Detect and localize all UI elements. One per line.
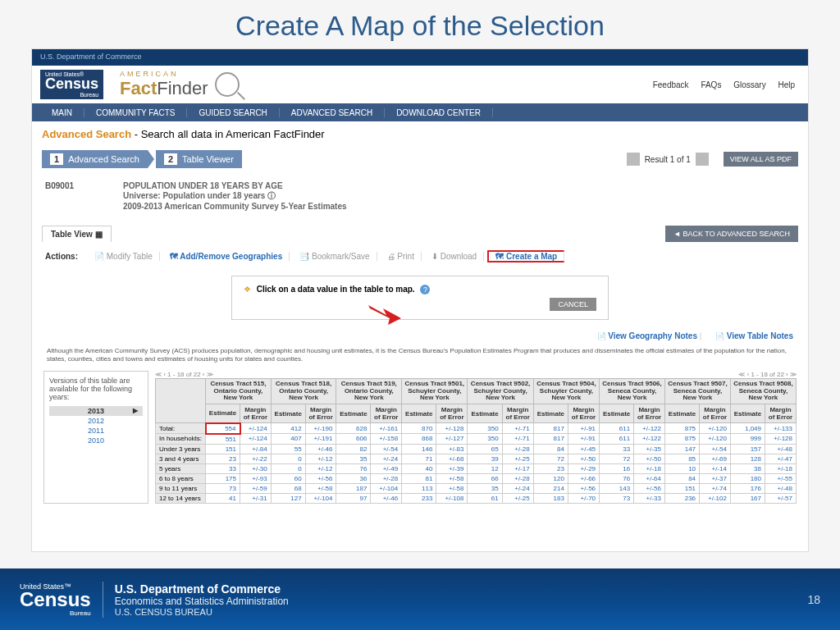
data-cell[interactable]: +/-46 xyxy=(305,444,336,454)
data-cell[interactable]: +/-70 xyxy=(568,493,599,503)
view-table-notes-link[interactable]: View Table Notes xyxy=(715,331,793,340)
crumb-2[interactable]: 2Table Viewer xyxy=(156,150,242,168)
nav-main[interactable]: MAIN xyxy=(40,108,84,117)
data-cell[interactable]: +/-66 xyxy=(568,473,599,483)
nav-guided[interactable]: GUIDED SEARCH xyxy=(187,108,279,117)
data-cell[interactable]: 68 xyxy=(271,483,305,493)
data-cell[interactable]: 84 xyxy=(664,473,699,483)
data-cell[interactable]: +/-17 xyxy=(502,463,533,473)
data-cell[interactable]: +/-190 xyxy=(305,423,336,434)
data-cell[interactable]: +/-29 xyxy=(568,463,599,473)
data-cell[interactable]: 554 xyxy=(206,423,240,434)
data-cell[interactable]: 817 xyxy=(533,423,568,434)
data-cell[interactable]: 236 xyxy=(664,493,699,503)
data-cell[interactable]: +/-55 xyxy=(765,473,796,483)
data-cell[interactable]: +/-33 xyxy=(634,493,665,503)
data-cell[interactable]: +/-50 xyxy=(634,454,665,463)
data-cell[interactable]: 82 xyxy=(336,444,371,454)
data-cell[interactable]: 187 xyxy=(336,483,371,493)
data-cell[interactable]: +/-56 xyxy=(634,483,665,493)
data-cell[interactable]: 41 xyxy=(206,493,240,503)
data-table[interactable]: Census Tract 515, Ontario County, New Yo… xyxy=(155,378,797,504)
add-remove-geographies-action[interactable]: 🗺 Add/Remove Geographies xyxy=(163,252,290,261)
data-cell[interactable]: 183 xyxy=(533,493,568,503)
data-cell[interactable]: 72 xyxy=(600,454,634,463)
data-cell[interactable]: 33 xyxy=(206,463,240,473)
data-cell[interactable]: +/-31 xyxy=(240,493,272,503)
data-cell[interactable]: +/-68 xyxy=(436,454,468,463)
back-to-advanced-button[interactable]: BACK TO ADVANCED SEARCH xyxy=(665,226,798,242)
data-cell[interactable]: 10 xyxy=(664,463,699,473)
data-cell[interactable]: 97 xyxy=(336,493,371,503)
data-cell[interactable]: +/-108 xyxy=(436,493,468,503)
data-cell[interactable]: +/-58 xyxy=(436,473,468,483)
data-cell[interactable]: +/-25 xyxy=(502,493,533,503)
data-cell[interactable]: +/-54 xyxy=(371,444,402,454)
data-cell[interactable]: 214 xyxy=(533,483,568,493)
data-cell[interactable]: +/-71 xyxy=(502,423,533,434)
data-cell[interactable]: +/-124 xyxy=(240,423,272,434)
data-cell[interactable]: 33 xyxy=(600,444,634,454)
data-cell[interactable]: +/-24 xyxy=(502,483,533,493)
year-2013[interactable]: 2013 xyxy=(49,406,143,416)
data-cell[interactable]: +/-122 xyxy=(634,423,665,434)
data-cell[interactable]: +/-128 xyxy=(436,423,468,434)
data-cell[interactable]: 143 xyxy=(600,483,634,493)
data-cell[interactable]: +/-57 xyxy=(765,493,796,503)
data-cell[interactable]: 157 xyxy=(730,444,765,454)
data-cell[interactable]: +/-102 xyxy=(700,493,731,503)
data-cell[interactable]: +/-56 xyxy=(305,473,336,483)
data-cell[interactable]: 875 xyxy=(664,434,699,445)
data-cell[interactable]: +/-54 xyxy=(700,444,731,454)
data-cell[interactable]: +/-120 xyxy=(700,423,731,434)
data-cell[interactable]: +/-28 xyxy=(502,444,533,454)
create-map-action[interactable]: 🗺 Create a Map xyxy=(487,250,564,262)
data-cell[interactable]: 407 xyxy=(271,434,305,445)
data-cell[interactable]: +/-59 xyxy=(240,483,272,493)
data-cell[interactable]: +/-74 xyxy=(700,483,731,493)
data-cell[interactable]: +/-25 xyxy=(502,454,533,463)
data-cell[interactable]: +/-30 xyxy=(240,463,272,473)
data-cell[interactable]: 412 xyxy=(271,423,305,434)
data-cell[interactable]: +/-124 xyxy=(240,434,272,445)
data-cell[interactable]: 176 xyxy=(730,483,765,493)
year-2012[interactable]: 2012 xyxy=(49,416,143,426)
feedback-link[interactable]: Feedback xyxy=(653,80,689,89)
data-cell[interactable]: 85 xyxy=(664,454,699,463)
data-cell[interactable]: 233 xyxy=(402,493,436,503)
tab-table-view[interactable]: Table View ▦ xyxy=(42,226,112,242)
data-cell[interactable]: 611 xyxy=(600,423,634,434)
data-cell[interactable]: 72 xyxy=(533,454,568,463)
data-cell[interactable]: 16 xyxy=(600,463,634,473)
crumb-1[interactable]: 1Advanced Search xyxy=(42,150,148,168)
nav-advanced[interactable]: ADVANCED SEARCH xyxy=(280,108,385,117)
data-cell[interactable]: +/-22 xyxy=(240,454,272,463)
data-cell[interactable]: 127 xyxy=(271,493,305,503)
data-cell[interactable]: 120 xyxy=(533,473,568,483)
data-cell[interactable]: +/-39 xyxy=(436,463,468,473)
data-cell[interactable]: 875 xyxy=(664,423,699,434)
data-cell[interactable]: 350 xyxy=(468,423,502,434)
data-cell[interactable]: +/-35 xyxy=(634,444,665,454)
download-action[interactable]: ⬇ Download xyxy=(425,252,484,261)
data-cell[interactable]: 55 xyxy=(271,444,305,454)
data-cell[interactable]: +/-48 xyxy=(765,444,796,454)
data-cell[interactable]: 167 xyxy=(730,493,765,503)
data-cell[interactable]: 113 xyxy=(402,483,436,493)
data-cell[interactable]: +/-93 xyxy=(240,473,272,483)
data-cell[interactable]: +/-84 xyxy=(240,444,272,454)
help-link[interactable]: Help xyxy=(778,80,795,89)
data-cell[interactable]: +/-91 xyxy=(568,423,599,434)
data-cell[interactable]: 23 xyxy=(533,463,568,473)
data-cell[interactable]: 180 xyxy=(730,473,765,483)
data-cell[interactable]: +/-18 xyxy=(765,463,796,473)
data-cell[interactable]: +/-56 xyxy=(568,483,599,493)
data-cell[interactable]: +/-50 xyxy=(568,454,599,463)
data-cell[interactable]: 870 xyxy=(402,423,436,434)
data-cell[interactable]: +/-122 xyxy=(634,434,665,445)
data-cell[interactable]: +/-58 xyxy=(305,483,336,493)
data-cell[interactable]: 175 xyxy=(206,473,240,483)
data-cell[interactable]: 1,049 xyxy=(730,423,765,434)
data-cell[interactable]: +/-46 xyxy=(371,493,402,503)
data-cell[interactable]: +/-104 xyxy=(305,493,336,503)
